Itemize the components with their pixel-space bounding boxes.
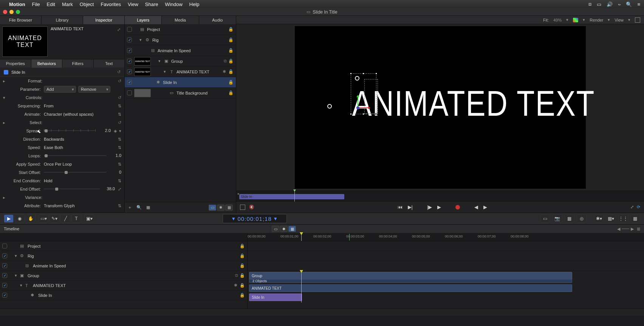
tl-view-1[interactable]: ▭ (272, 226, 279, 232)
positiontype-value[interactable]: Relative (44, 212, 116, 213)
app-menu[interactable]: Motion (9, 2, 25, 7)
applyspeed-value[interactable]: Once Per Loop (44, 162, 116, 166)
generator-tool[interactable]: ◎ (577, 214, 587, 223)
replicator-tool[interactable]: ▦ (630, 214, 640, 223)
layer-visibility-checkbox[interactable] (127, 37, 132, 42)
spread-value[interactable]: 2.0 (97, 128, 111, 133)
menu-view[interactable]: View (128, 2, 138, 7)
glyph-box[interactable] (364, 79, 378, 114)
mini-clip[interactable]: Slide In (239, 194, 344, 199)
layers-view-3[interactable]: ▦ (225, 205, 233, 211)
y-axis-arrow[interactable] (358, 96, 358, 107)
mask-tool[interactable]: ▣▾ (84, 214, 94, 223)
tl-zoom-slider[interactable] (622, 228, 629, 229)
line-tool[interactable]: ╱ (60, 214, 70, 223)
canvas-text[interactable]: ANIMATED TEXT (352, 83, 595, 124)
lock-icon[interactable]: 🔒 (240, 244, 245, 248)
pen-tool[interactable]: ✎▾ (50, 214, 59, 223)
clip-slide-in[interactable]: Slide In (249, 293, 302, 301)
tl-autosize[interactable]: ⊞ (637, 227, 640, 231)
layer-row-animated-text[interactable]: ANIMATED TEXT▾TANIMATED TEXT✱🔒 (125, 67, 236, 77)
menu-window[interactable]: Window (165, 2, 183, 7)
tl-row-project[interactable]: ▤Project🔒 (0, 241, 247, 251)
rect-tool[interactable]: ▭▾ (39, 214, 48, 223)
spread-slider[interactable]: 2.0 (44, 128, 111, 134)
layer-visibility-checkbox[interactable] (127, 80, 132, 85)
layer-visibility-checkbox[interactable] (127, 27, 132, 32)
loops-value[interactable]: 1.0 (108, 153, 121, 158)
tl-row-group[interactable]: ▾▣Group⧉🔒 (0, 271, 247, 281)
hand-tool[interactable]: ✋ (26, 214, 36, 223)
tl-row-rig[interactable]: ▾⚙Rig🔒 (0, 251, 247, 261)
particles-tool[interactable]: ⋮⋮ (618, 214, 628, 223)
layer-row-project[interactable]: ▤Project🔒 (125, 24, 236, 35)
timeline-playhead-line[interactable] (301, 271, 302, 303)
play-from-start[interactable]: |▶ (427, 204, 432, 210)
text-tool[interactable]: T (71, 214, 81, 223)
tab-audio[interactable]: Audio (199, 16, 236, 24)
startoffset-slider[interactable]: 0 (44, 170, 121, 175)
spotlight-icon[interactable]: 🔍 (626, 2, 632, 7)
rotation-handle[interactable] (355, 76, 359, 81)
tl-view-3[interactable]: ▦ (288, 226, 296, 232)
next-frame[interactable]: ▶ (483, 204, 487, 210)
step-back[interactable]: ▶| (408, 204, 413, 210)
mini-timeline[interactable]: ▸ Slide In (236, 191, 644, 201)
menu-file[interactable]: File (32, 2, 40, 7)
insp-properties[interactable]: Properties (0, 59, 31, 68)
fit-caret[interactable]: ▾ (566, 17, 568, 22)
lock-icon[interactable]: 🔒 (240, 273, 245, 278)
attribute-value[interactable]: Transform Glyph (44, 203, 116, 208)
play[interactable]: ▶ (437, 204, 441, 210)
variance-disclosure[interactable]: ▸ (3, 195, 8, 200)
tl-zoom-out[interactable]: ◀ (617, 227, 620, 231)
select-tool[interactable]: ▶ (4, 214, 14, 223)
tl-zoom-in[interactable]: ▶ (631, 227, 634, 231)
lock-icon[interactable]: 🔒 (228, 80, 234, 85)
spread-menu[interactable]: ▾ (119, 129, 121, 134)
behaviors-tool[interactable]: ✱▾ (594, 214, 604, 223)
search-layers[interactable]: 🔍 (136, 205, 142, 210)
menu-favorites[interactable]: Favorites (101, 2, 121, 7)
spread-keyframe[interactable]: ◈ (114, 129, 117, 134)
parameter-add[interactable]: Add▾ (44, 86, 76, 93)
disclosure-icon[interactable]: ▾ (164, 69, 167, 74)
dropbox-icon[interactable]: ⧈ (588, 1, 591, 7)
controls-disclosure[interactable]: ▾ (3, 95, 8, 100)
insp-filters[interactable]: Filters (62, 59, 94, 68)
tl-row-slide-in[interactable]: ✱Slide In🔒 (0, 290, 247, 300)
endoffset-slider[interactable]: 38.0 (44, 186, 115, 192)
endoffset-keyframe[interactable]: ⤢ (118, 187, 121, 192)
select-disclosure[interactable]: ▸ (3, 120, 8, 125)
controls-reset[interactable]: ↺ (118, 95, 121, 100)
layers-view-2[interactable]: ✱ (217, 205, 224, 211)
sequencing-value[interactable]: From (44, 104, 116, 108)
disclosure-icon[interactable]: ▾ (20, 283, 24, 288)
layer-row-animate-in-speed[interactable]: ⊟Animate In Speed🔒 (125, 45, 236, 56)
ram-preview-icon[interactable] (240, 205, 245, 210)
clip-group[interactable]: Group (249, 272, 572, 279)
display-icon[interactable]: ▭ (597, 2, 601, 7)
tab-file-browser[interactable]: File Browser (0, 16, 42, 24)
add-layer[interactable]: ＋ (128, 205, 132, 210)
tl-visibility-checkbox[interactable] (2, 293, 7, 298)
format-reset[interactable]: ↺ (118, 79, 121, 84)
tab-media[interactable]: Media (162, 16, 199, 24)
clip-animated-text[interactable]: ANIMATED TEXT (249, 284, 572, 292)
loop-icon[interactable]: ⟳ (637, 205, 640, 210)
go-start[interactable]: ⏮ (398, 204, 402, 210)
tl-visibility-checkbox[interactable] (2, 273, 7, 278)
record[interactable] (455, 205, 460, 210)
layer-visibility-checkbox[interactable] (127, 48, 132, 53)
color-indicator[interactable] (573, 18, 578, 22)
layer-row-title-background[interactable]: ▭Title Background🔒 (125, 88, 236, 98)
layers-view-1[interactable]: ▭ (209, 205, 216, 211)
disclosure-icon[interactable]: ▾ (139, 37, 143, 42)
lock-icon[interactable]: 🔒 (240, 293, 245, 298)
tl-visibility-checkbox[interactable] (2, 244, 7, 248)
minimize-window[interactable] (9, 10, 14, 14)
tl-row-animated-text[interactable]: ▾TANIMATED TEXT✱🔒 (0, 281, 247, 290)
reset-icon[interactable]: ↺ (117, 70, 121, 75)
layout-toggle[interactable] (635, 17, 640, 23)
color-caret[interactable]: ▾ (583, 17, 585, 22)
